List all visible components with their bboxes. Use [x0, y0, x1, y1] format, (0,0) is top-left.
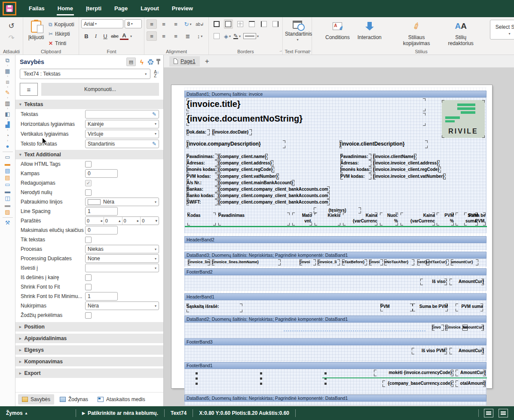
vat-col-label[interactable]: PVM — [380, 304, 413, 311]
company-field-label[interactable]: A/s Nr.: — [187, 180, 217, 186]
property-checkbox-iš-dešinės-į-kairę[interactable] — [85, 274, 92, 281]
border-all-button[interactable] — [212, 19, 221, 29]
interaction-button[interactable]: Interaction — [358, 20, 382, 40]
band-body-databand1[interactable]: {invoice.title} {invoice.documentNoStrin… — [184, 97, 486, 233]
client-field-value[interactable]: {invoice.invoice_client.address} — [373, 160, 440, 166]
table-column-header[interactable]: Suma be PVM, — [464, 213, 486, 225]
expand-chevron-icon[interactable]: › — [7, 64, 8, 68]
sum-novat-col-label[interactable]: Suma be PVM — [413, 304, 448, 311]
menu-item-failas[interactable]: Failas — [22, 0, 51, 17]
events-icon[interactable]: ϟ — [140, 58, 144, 66]
header-band-icon[interactable]: ▤ — [3, 167, 13, 174]
invoice-docno-field[interactable]: {invoice.documentNoString} — [187, 113, 425, 126]
font-color-button[interactable]: A — [120, 33, 128, 40]
table-column-header[interactable]: Mato vnt. — [292, 213, 312, 225]
company-field-label[interactable]: Banko kodas: — [187, 193, 217, 199]
payable-label[interactable]: mokėti {invoice.currencyCode}: — [374, 370, 453, 376]
band-title-databand3[interactable]: DataBand3; Duomenų šaltinis: Nepriskirta… — [184, 252, 486, 259]
client-field-label[interactable]: PVM kodas: — [340, 173, 371, 180]
company-field-value[interactable]: {company_client.address} — [218, 160, 273, 166]
style-editor-button[interactable]: AA Stilių redaktorius — [444, 20, 478, 46]
font-size-select[interactable]: 8▾ — [125, 19, 142, 28]
total-value-field[interactable]: AmountCur} — [450, 279, 484, 285]
delete-button[interactable]: ✕Trinti — [47, 39, 76, 48]
menu-item-layout[interactable]: Layout — [134, 0, 165, 17]
band-body-databand3[interactable]: {invoice_lines{invoice_lines.itemName}{i… — [184, 259, 486, 267]
borders-dialog-launcher[interactable]: ⌐ — [279, 49, 281, 54]
property-select-procesas[interactable]: Niekas▾ — [85, 245, 159, 253]
save-button[interactable] — [3, 2, 16, 15]
client-field-value[interactable]: {invoice.clientName} — [373, 154, 416, 160]
line-field[interactable]: {invoice_li — [318, 259, 340, 265]
property-checkbox-žodžių-perkėlimas[interactable] — [85, 312, 92, 319]
band-title-databand2[interactable]: DataBand2; Duomenų šaltinis: Nepriskirta… — [184, 316, 486, 323]
company-field-value[interactable]: {company_client.regCode} — [218, 167, 274, 173]
table-column-header[interactable]: Kaina {varCurrenc — [343, 213, 377, 225]
client-field-value[interactable]: {invoice.invoice_client.regCode} — [373, 167, 441, 173]
table-column-header[interactable]: Pavadinimas — [218, 213, 290, 225]
text-lines-button[interactable]: ≡ — [20, 83, 38, 96]
line-field[interactable]: {invoice_lines.itemName} — [212, 259, 281, 265]
text-component-icon[interactable]: ⧉› — [3, 57, 13, 68]
section-header-komponavimas[interactable]: ▸Komponavimas — [15, 357, 163, 366]
font-family-select[interactable]: Arial▾ — [81, 19, 123, 28]
text-format-dialog-launcher[interactable]: ⌐ — [309, 49, 311, 54]
margin-cell[interactable]: 0▾ — [141, 217, 159, 225]
company-field-label[interactable]: Adresas: — [187, 160, 217, 166]
bold-button[interactable]: B — [82, 32, 91, 40]
property-input-kampas[interactable]: 0 — [85, 169, 118, 178]
base-currency-label[interactable]: {company_baseCurrency.code}: — [382, 380, 453, 387]
expand-chevron-icon[interactable]: › — [7, 85, 8, 89]
band-body-databand5[interactable] — [184, 402, 486, 405]
property-edit-teksto-formatas[interactable]: Standartinis✎ — [85, 140, 159, 148]
expand-chevron-icon[interactable]: › — [7, 96, 8, 100]
table-column-header[interactable]: Kaina {varCurrenc — [401, 213, 435, 225]
align-left-button[interactable]: ≡ — [147, 31, 157, 41]
border-none-button[interactable] — [212, 31, 221, 41]
data-band-icon[interactable]: ▤ — [3, 174, 13, 181]
band-body-footerband1[interactable]: mokėti {invoice.currencyCode}: AmountCur… — [184, 369, 486, 394]
band-body-headerband2[interactable] — [184, 243, 486, 250]
band-title-footerband2[interactable]: FooterBand2 — [184, 268, 486, 275]
band-body-headerband1[interactable]: Sąskaitą išrašė: PVM Suma be PVM PVM sum… — [184, 300, 486, 316]
component-selector[interactable]: Text74 : Tekstas ▾ — [20, 69, 150, 79]
property-select-horizontalus-lygiavimas[interactable]: Kairėje▾ — [85, 120, 159, 128]
copy-button[interactable]: ⧉Kopijuoti — [47, 20, 76, 29]
total-label[interactable]: Iš viso: — [420, 279, 447, 285]
company-field-label[interactable]: SWIFT: — [187, 199, 217, 205]
italic-button[interactable]: I — [92, 32, 100, 40]
band-body-databand2[interactable]: {invo ({invoice_taxry.amountCur} AmountC… — [184, 323, 486, 338]
client-field-label[interactable]: Adresas: — [340, 160, 371, 166]
align-top-button[interactable]: ≡ — [147, 19, 157, 29]
text-rotate-button[interactable]: ↻▾ — [183, 19, 193, 29]
sort-properties-icon[interactable]: A↓Z — [154, 70, 159, 78]
properties-view-toggle[interactable]: ▤ — [126, 58, 136, 66]
band-body-footerband2[interactable]: Iš viso: AmountCur} — [184, 275, 486, 291]
image-component-icon[interactable]: ▨ — [3, 209, 13, 216]
section-header-text-additional[interactable]: ▾Text Additional — [15, 150, 163, 159]
tools-icon[interactable]: ⚒ — [3, 219, 13, 226]
undo-button[interactable]: ↺ — [5, 20, 18, 31]
align-justify-button[interactable]: ≣ — [183, 31, 193, 41]
check-issues-button[interactable]: ▶Patikrinkite ar nėra keblumų. — [82, 410, 158, 416]
company-field-label[interactable]: PVM kodas: — [187, 173, 217, 180]
compose-button[interactable]: Komponuoti... — [41, 83, 159, 96]
margin-cell[interactable]: 0▸ — [122, 217, 141, 225]
line-field[interactable]: amountCur} — [451, 259, 478, 265]
line-field[interactable]: oTaxBefore} — [342, 259, 367, 265]
edit-pencil-icon[interactable]: ✎ — [152, 111, 156, 117]
edit-pencil-icon[interactable]: ✎ — [152, 141, 156, 147]
company-field-label[interactable]: Bankas: — [187, 186, 217, 192]
property-input-line-spacing[interactable]: 1 — [85, 207, 118, 216]
border-right-button[interactable] — [271, 19, 281, 29]
band-title-footerband1[interactable]: FooterBand1 — [184, 362, 486, 369]
font-color-chevron-icon[interactable]: ▾ — [130, 34, 132, 38]
barcode-component-icon[interactable]: ▥› — [3, 100, 13, 111]
rivile-logo[interactable]: RIVILE — [442, 100, 485, 138]
shape-component-icon[interactable]: ⧈› — [3, 79, 13, 89]
fill-color-button[interactable]: ◈▾ — [224, 33, 231, 40]
company-field-label[interactable]: Įmonės kodas: — [187, 167, 217, 173]
property-input-maksimalus-eilučių-skaičius[interactable]: 0 — [85, 226, 118, 234]
menu-item-įterpti[interactable]: Įterpti — [80, 0, 108, 17]
property-checkbox-shrink-font-to-fit[interactable] — [85, 284, 92, 290]
